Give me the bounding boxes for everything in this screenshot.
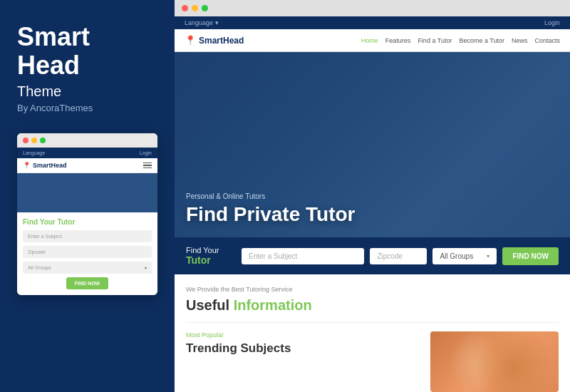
- site-hero: Personal & Online Tutors Find Private Tu…: [175, 52, 570, 237]
- left-panel: Smart Head Theme By AncoraThemes Languag…: [0, 0, 175, 392]
- right-panel: Language ▾ Login 📍 SmartHead Home Featur…: [175, 0, 570, 392]
- trending-image-content: [430, 331, 559, 392]
- site-topbar: Language ▾ Login: [175, 16, 570, 29]
- nav-link-home[interactable]: Home: [361, 37, 378, 44]
- find-subject-input[interactable]: Enter a Subject: [242, 248, 364, 264]
- mini-chevron-icon: ▾: [145, 265, 147, 270]
- mini-find-text1: Find Your: [23, 218, 56, 226]
- find-now-button[interactable]: FIND NOW: [502, 247, 559, 265]
- useful-small-text: We Provide the Best Tutoring Service: [186, 286, 559, 293]
- site-logo-text: SmartHead: [199, 36, 244, 46]
- divider-line: [186, 322, 559, 323]
- trending-content: Most Popular Trending Subjects: [186, 331, 430, 392]
- useful-word2: Information: [234, 297, 312, 313]
- mini-login: Login: [140, 150, 152, 155]
- mini-topbar: Language Login: [17, 148, 157, 158]
- nav-link-news[interactable]: News: [512, 37, 528, 44]
- brand-title: Smart Head: [17, 23, 157, 79]
- website-preview[interactable]: Language ▾ Login 📍 SmartHead Home Featur…: [175, 16, 570, 392]
- mini-dot-yellow: [31, 138, 37, 143]
- mini-subject-input[interactable]: Enter a Subject: [23, 230, 152, 242]
- mini-pin-icon: 📍: [23, 162, 31, 169]
- useful-info-section: We Provide the Best Tutoring Service Use…: [175, 274, 570, 392]
- mini-logo-text: SmartHead: [33, 162, 67, 169]
- mini-browser-mockup: Language Login 📍 SmartHead Find Your Tut…: [17, 133, 157, 295]
- browser-chrome: [175, 0, 570, 16]
- mini-zip-input[interactable]: Zipcode: [23, 246, 152, 258]
- mini-content: Find Your Tutor Enter a Subject Zipcode …: [17, 212, 157, 295]
- trending-image: [430, 331, 559, 392]
- site-logo-area: 📍 SmartHead: [185, 35, 244, 46]
- groups-chevron-icon: ▾: [487, 253, 489, 259]
- mini-find-title: Find Your Tutor: [23, 218, 152, 226]
- find-zip-input[interactable]: Zipcode: [370, 248, 427, 264]
- mini-dot-red: [23, 138, 28, 143]
- hero-small-text: Personal & Online Tutors: [186, 192, 559, 200]
- trending-small-text: Most Popular: [186, 331, 422, 339]
- find-text: Find Your: [186, 246, 236, 254]
- mini-find-now-button[interactable]: FIND NOW: [66, 277, 108, 289]
- website-preview-inner: Language ▾ Login 📍 SmartHead Home Featur…: [175, 16, 570, 392]
- site-pin-icon: 📍: [185, 35, 196, 46]
- site-lang: Language ▾: [185, 19, 219, 26]
- dot-yellow: [192, 5, 198, 11]
- find-tutor-label: Find Your Tutor: [186, 246, 236, 266]
- dot-green: [202, 5, 208, 11]
- brand-subtitle: Theme: [17, 83, 157, 100]
- mini-browser-bar: [17, 133, 157, 148]
- mini-dot-green: [40, 138, 46, 143]
- hero-big-text: Find Private Tutor: [186, 203, 559, 226]
- nav-link-features[interactable]: Features: [385, 37, 411, 44]
- find-groups-select[interactable]: All Groups ▾: [432, 248, 497, 264]
- hamburger-line2: [143, 165, 152, 166]
- brand-by: By AncoraThemes: [17, 103, 157, 113]
- trending-section: Most Popular Trending Subjects: [186, 331, 559, 392]
- mini-groups-select[interactable]: All Groups ▾: [23, 262, 152, 274]
- mini-find-text2: Tutor: [58, 218, 76, 226]
- hamburger-line1: [143, 163, 152, 164]
- site-navbar: 📍 SmartHead Home Features Find a Tutor B…: [175, 29, 570, 52]
- mini-lang: Language: [23, 150, 45, 155]
- dot-red: [182, 5, 188, 11]
- site-login: Login: [544, 19, 560, 26]
- tutor-text: Tutor: [186, 254, 236, 266]
- useful-heading: Useful Information: [186, 297, 559, 314]
- hero-text-area: Personal & Online Tutors Find Private Tu…: [175, 192, 570, 237]
- nav-link-find-tutor[interactable]: Find a Tutor: [418, 37, 452, 44]
- mini-logo-area: 📍 SmartHead: [23, 162, 67, 169]
- find-tutor-bar: Find Your Tutor Enter a Subject Zipcode …: [175, 237, 570, 274]
- useful-word1: Useful: [186, 297, 229, 313]
- mini-hero: [17, 173, 157, 212]
- mini-navbar: 📍 SmartHead: [17, 158, 157, 173]
- site-nav-links: Home Features Find a Tutor Become a Tuto…: [361, 37, 560, 44]
- trending-heading: Trending Subjects: [186, 341, 422, 356]
- hamburger-line3: [143, 167, 152, 169]
- nav-link-become-tutor[interactable]: Become a Tutor: [459, 37, 504, 44]
- nav-link-contacts[interactable]: Contacts: [534, 37, 560, 44]
- mini-hamburger-icon: [143, 163, 152, 169]
